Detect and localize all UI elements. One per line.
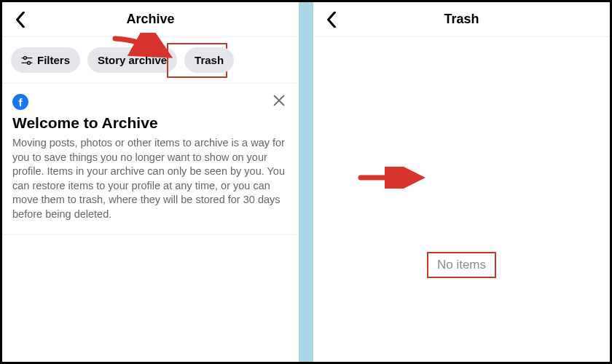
- svg-point-3: [28, 61, 31, 64]
- trash-chip[interactable]: Trash: [184, 47, 234, 73]
- svg-point-1: [24, 56, 27, 59]
- filter-chip-row: Filters Story archive Trash: [2, 37, 299, 84]
- back-button[interactable]: [321, 9, 342, 31]
- sliders-icon: [21, 56, 33, 65]
- filters-chip[interactable]: Filters: [11, 47, 80, 73]
- back-button[interactable]: [9, 9, 31, 31]
- facebook-logo-icon: f: [12, 94, 28, 110]
- archive-header: Archive: [2, 2, 299, 37]
- story-archive-chip[interactable]: Story archive: [87, 47, 177, 73]
- chevron-left-icon: [15, 12, 26, 28]
- trash-chip-label: Trash: [195, 54, 224, 66]
- info-card-body: Moving posts, photos or other items to a…: [12, 136, 289, 221]
- chevron-left-icon: [326, 12, 337, 28]
- close-icon: [271, 92, 287, 108]
- archive-pane: Archive Filters Story archive Trash: [2, 2, 299, 362]
- filters-chip-label: Filters: [37, 54, 70, 66]
- dual-screenshot-frame: Archive Filters Story archive Trash: [0, 0, 612, 364]
- welcome-info-card: f Welcome to Archive Moving posts, photo…: [2, 84, 299, 235]
- no-items-label: No items: [427, 252, 496, 278]
- close-info-button[interactable]: [271, 92, 290, 111]
- story-archive-chip-label: Story archive: [98, 54, 167, 66]
- facebook-logo-letter: f: [19, 96, 23, 108]
- page-title: Archive: [126, 12, 174, 27]
- annotation-arrow-icon: [357, 167, 426, 189]
- trash-pane: Trash No items: [313, 2, 610, 362]
- trash-header: Trash: [313, 2, 610, 37]
- empty-state: No items: [313, 37, 610, 362]
- pane-separator: [299, 2, 313, 362]
- page-title: Trash: [444, 12, 479, 27]
- info-card-title: Welcome to Archive: [12, 114, 289, 132]
